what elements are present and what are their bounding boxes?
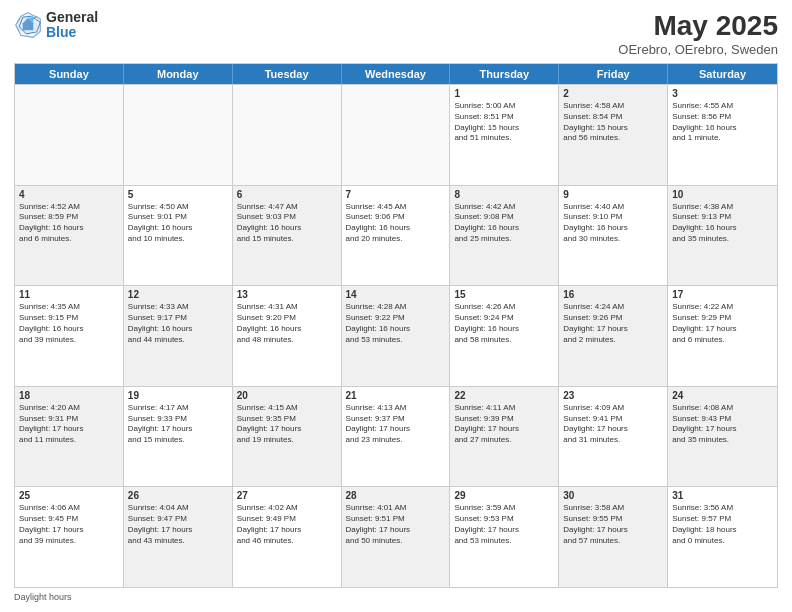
day-number: 21 [346, 390, 446, 401]
day-number: 14 [346, 289, 446, 300]
day-number: 11 [19, 289, 119, 300]
main-title: May 2025 [618, 10, 778, 42]
cell-info-text: Sunrise: 3:58 AM Sunset: 9:55 PM Dayligh… [563, 503, 663, 546]
cell-info-text: Sunrise: 4:33 AM Sunset: 9:17 PM Dayligh… [128, 302, 228, 345]
header-day-friday: Friday [559, 64, 668, 84]
logo: General Blue [14, 10, 98, 41]
logo-blue-text: Blue [46, 25, 98, 40]
calendar-row-5: 25Sunrise: 4:06 AM Sunset: 9:45 PM Dayli… [15, 486, 777, 587]
calendar-cell-day-28: 28Sunrise: 4:01 AM Sunset: 9:51 PM Dayli… [342, 487, 451, 587]
day-number: 15 [454, 289, 554, 300]
header-day-thursday: Thursday [450, 64, 559, 84]
cell-info-text: Sunrise: 4:38 AM Sunset: 9:13 PM Dayligh… [672, 202, 773, 245]
day-number: 19 [128, 390, 228, 401]
header-day-monday: Monday [124, 64, 233, 84]
daylight-label: Daylight hours [14, 592, 72, 602]
calendar-row-2: 4Sunrise: 4:52 AM Sunset: 8:59 PM Daylig… [15, 185, 777, 286]
calendar-row-1: 1Sunrise: 5:00 AM Sunset: 8:51 PM Daylig… [15, 84, 777, 185]
cell-info-text: Sunrise: 4:28 AM Sunset: 9:22 PM Dayligh… [346, 302, 446, 345]
calendar-cell-day-25: 25Sunrise: 4:06 AM Sunset: 9:45 PM Dayli… [15, 487, 124, 587]
calendar-cell-day-9: 9Sunrise: 4:40 AM Sunset: 9:10 PM Daylig… [559, 186, 668, 286]
logo-icon [14, 11, 42, 39]
cell-info-text: Sunrise: 4:58 AM Sunset: 8:54 PM Dayligh… [563, 101, 663, 144]
calendar-cell-day-3: 3Sunrise: 4:55 AM Sunset: 8:56 PM Daylig… [668, 85, 777, 185]
cell-info-text: Sunrise: 4:06 AM Sunset: 9:45 PM Dayligh… [19, 503, 119, 546]
calendar-row-4: 18Sunrise: 4:20 AM Sunset: 9:31 PM Dayli… [15, 386, 777, 487]
calendar-cell-day-18: 18Sunrise: 4:20 AM Sunset: 9:31 PM Dayli… [15, 387, 124, 487]
calendar-cell-empty [124, 85, 233, 185]
day-number: 10 [672, 189, 773, 200]
day-number: 28 [346, 490, 446, 501]
calendar-cell-empty [342, 85, 451, 185]
cell-info-text: Sunrise: 4:24 AM Sunset: 9:26 PM Dayligh… [563, 302, 663, 345]
cell-info-text: Sunrise: 4:47 AM Sunset: 9:03 PM Dayligh… [237, 202, 337, 245]
day-number: 20 [237, 390, 337, 401]
calendar-cell-day-20: 20Sunrise: 4:15 AM Sunset: 9:35 PM Dayli… [233, 387, 342, 487]
day-number: 17 [672, 289, 773, 300]
calendar-cell-day-22: 22Sunrise: 4:11 AM Sunset: 9:39 PM Dayli… [450, 387, 559, 487]
header-day-saturday: Saturday [668, 64, 777, 84]
calendar-cell-day-8: 8Sunrise: 4:42 AM Sunset: 9:08 PM Daylig… [450, 186, 559, 286]
day-number: 12 [128, 289, 228, 300]
calendar-cell-day-27: 27Sunrise: 4:02 AM Sunset: 9:49 PM Dayli… [233, 487, 342, 587]
cell-info-text: Sunrise: 4:31 AM Sunset: 9:20 PM Dayligh… [237, 302, 337, 345]
header-day-sunday: Sunday [15, 64, 124, 84]
day-number: 3 [672, 88, 773, 99]
day-number: 29 [454, 490, 554, 501]
calendar: SundayMondayTuesdayWednesdayThursdayFrid… [14, 63, 778, 588]
day-number: 4 [19, 189, 119, 200]
header-day-tuesday: Tuesday [233, 64, 342, 84]
cell-info-text: Sunrise: 5:00 AM Sunset: 8:51 PM Dayligh… [454, 101, 554, 144]
calendar-cell-day-10: 10Sunrise: 4:38 AM Sunset: 9:13 PM Dayli… [668, 186, 777, 286]
cell-info-text: Sunrise: 4:20 AM Sunset: 9:31 PM Dayligh… [19, 403, 119, 446]
calendar-cell-day-2: 2Sunrise: 4:58 AM Sunset: 8:54 PM Daylig… [559, 85, 668, 185]
footer: Daylight hours [14, 592, 778, 602]
calendar-cell-day-19: 19Sunrise: 4:17 AM Sunset: 9:33 PM Dayli… [124, 387, 233, 487]
cell-info-text: Sunrise: 4:02 AM Sunset: 9:49 PM Dayligh… [237, 503, 337, 546]
cell-info-text: Sunrise: 4:22 AM Sunset: 9:29 PM Dayligh… [672, 302, 773, 345]
calendar-cell-day-17: 17Sunrise: 4:22 AM Sunset: 9:29 PM Dayli… [668, 286, 777, 386]
calendar-cell-day-29: 29Sunrise: 3:59 AM Sunset: 9:53 PM Dayli… [450, 487, 559, 587]
day-number: 24 [672, 390, 773, 401]
cell-info-text: Sunrise: 4:26 AM Sunset: 9:24 PM Dayligh… [454, 302, 554, 345]
day-number: 25 [19, 490, 119, 501]
calendar-cell-empty [15, 85, 124, 185]
calendar-cell-day-1: 1Sunrise: 5:00 AM Sunset: 8:51 PM Daylig… [450, 85, 559, 185]
calendar-cell-day-5: 5Sunrise: 4:50 AM Sunset: 9:01 PM Daylig… [124, 186, 233, 286]
calendar-cell-day-24: 24Sunrise: 4:08 AM Sunset: 9:43 PM Dayli… [668, 387, 777, 487]
calendar-cell-day-13: 13Sunrise: 4:31 AM Sunset: 9:20 PM Dayli… [233, 286, 342, 386]
day-number: 13 [237, 289, 337, 300]
cell-info-text: Sunrise: 4:35 AM Sunset: 9:15 PM Dayligh… [19, 302, 119, 345]
calendar-cell-day-23: 23Sunrise: 4:09 AM Sunset: 9:41 PM Dayli… [559, 387, 668, 487]
calendar-cell-day-11: 11Sunrise: 4:35 AM Sunset: 9:15 PM Dayli… [15, 286, 124, 386]
calendar-cell-empty [233, 85, 342, 185]
day-number: 7 [346, 189, 446, 200]
cell-info-text: Sunrise: 4:15 AM Sunset: 9:35 PM Dayligh… [237, 403, 337, 446]
cell-info-text: Sunrise: 4:09 AM Sunset: 9:41 PM Dayligh… [563, 403, 663, 446]
day-number: 18 [19, 390, 119, 401]
calendar-cell-day-21: 21Sunrise: 4:13 AM Sunset: 9:37 PM Dayli… [342, 387, 451, 487]
day-number: 5 [128, 189, 228, 200]
cell-info-text: Sunrise: 4:11 AM Sunset: 9:39 PM Dayligh… [454, 403, 554, 446]
day-number: 16 [563, 289, 663, 300]
day-number: 23 [563, 390, 663, 401]
sub-title: OErebro, OErebro, Sweden [618, 42, 778, 57]
cell-info-text: Sunrise: 4:13 AM Sunset: 9:37 PM Dayligh… [346, 403, 446, 446]
day-number: 8 [454, 189, 554, 200]
calendar-body: 1Sunrise: 5:00 AM Sunset: 8:51 PM Daylig… [15, 84, 777, 587]
calendar-row-3: 11Sunrise: 4:35 AM Sunset: 9:15 PM Dayli… [15, 285, 777, 386]
cell-info-text: Sunrise: 4:45 AM Sunset: 9:06 PM Dayligh… [346, 202, 446, 245]
day-number: 27 [237, 490, 337, 501]
calendar-cell-day-7: 7Sunrise: 4:45 AM Sunset: 9:06 PM Daylig… [342, 186, 451, 286]
cell-info-text: Sunrise: 4:55 AM Sunset: 8:56 PM Dayligh… [672, 101, 773, 144]
calendar-cell-day-16: 16Sunrise: 4:24 AM Sunset: 9:26 PM Dayli… [559, 286, 668, 386]
calendar-cell-day-12: 12Sunrise: 4:33 AM Sunset: 9:17 PM Dayli… [124, 286, 233, 386]
logo-text: General Blue [46, 10, 98, 41]
page-header: General Blue May 2025 OErebro, OErebro, … [14, 10, 778, 57]
calendar-cell-day-15: 15Sunrise: 4:26 AM Sunset: 9:24 PM Dayli… [450, 286, 559, 386]
day-number: 31 [672, 490, 773, 501]
day-number: 6 [237, 189, 337, 200]
calendar-header: SundayMondayTuesdayWednesdayThursdayFrid… [15, 64, 777, 84]
cell-info-text: Sunrise: 4:40 AM Sunset: 9:10 PM Dayligh… [563, 202, 663, 245]
calendar-cell-day-30: 30Sunrise: 3:58 AM Sunset: 9:55 PM Dayli… [559, 487, 668, 587]
